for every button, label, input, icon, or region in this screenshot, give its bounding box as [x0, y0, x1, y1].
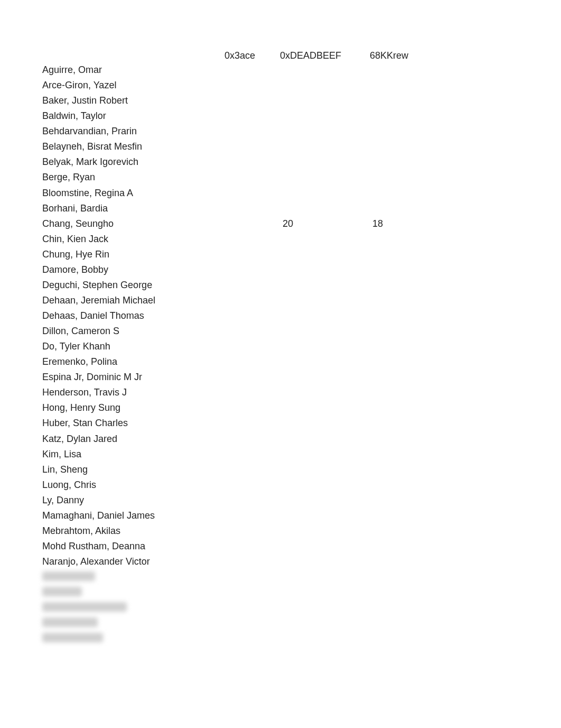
name-row: Lin, Sheng [42, 462, 519, 477]
blurred-line [42, 618, 98, 627]
name-row: Huber, Stan Charles [42, 416, 519, 431]
column-header-3: 68KKrew [370, 50, 428, 61]
blurred-line [42, 587, 82, 596]
name-row: Baldwin, Taylor [42, 108, 519, 124]
name-row: Katz, Dylan Jared [42, 431, 519, 447]
column-header-2: 0xDEADBEEF [280, 50, 357, 61]
name-row: Mohd Rustham, Deanna [42, 539, 519, 554]
name-row: Deguchi, Stephen George [42, 278, 519, 293]
blurred-content-block [42, 572, 519, 642]
blurred-line [42, 572, 95, 581]
blurred-line [42, 602, 127, 612]
name-row: Mamaghani, Daniel James [42, 508, 519, 523]
name-row: Arce-Giron, Yazel [42, 78, 519, 93]
name-row: Berge, Ryan [42, 170, 519, 185]
name-row: Ly, Danny [42, 493, 519, 508]
name-cell: Chang, Seungho [42, 216, 225, 232]
name-row: Henderson, Travis J [42, 385, 519, 400]
name-row: Kim, Lisa [42, 447, 519, 462]
name-row: Behdarvandian, Prarin [42, 124, 519, 139]
name-row: Belyak, Mark Igorevich [42, 154, 519, 170]
name-row: Baker, Justin Robert [42, 93, 519, 108]
name-row: Belayneh, Bisrat Mesfin [42, 139, 519, 154]
value-col3: 18 [370, 216, 428, 232]
name-row: Dillon, Cameron S [42, 324, 519, 339]
name-row: Aguirre, Omar [42, 62, 519, 78]
name-row: Bloomstine, Regina A [42, 186, 519, 201]
column-headers-row: 0x3ace 0xDEADBEEF 68KKrew [42, 50, 519, 61]
name-row: Espina Jr, Dominic M Jr [42, 370, 519, 385]
blurred-line [42, 633, 103, 642]
name-row: Do, Tyler Khanh [42, 339, 519, 354]
name-row: Hong, Henry Sung [42, 400, 519, 416]
name-row: Eremenko, Polina [42, 354, 519, 370]
name-row: Mebrahtom, Akilas [42, 523, 519, 539]
document-page: 0x3ace 0xDEADBEEF 68KKrew Aguirre, OmarA… [0, 0, 561, 669]
column-header-1: 0x3ace [225, 50, 272, 61]
name-list: Aguirre, OmarArce-Giron, YazelBaker, Jus… [42, 62, 519, 569]
name-row: Chung, Hye Rin [42, 247, 519, 262]
name-row: Borhani, Bardia [42, 201, 519, 216]
name-row: Chang, Seungho2018 [42, 216, 519, 232]
value-col2: 20 [280, 216, 357, 232]
name-row: Naranjo, Alexander Victor [42, 554, 519, 569]
name-row: Dehaan, Jeremiah Michael [42, 293, 519, 308]
name-row: Luong, Chris [42, 477, 519, 493]
name-row: Damore, Bobby [42, 262, 519, 278]
name-row: Dehaas, Daniel Thomas [42, 308, 519, 324]
name-row: Chin, Kien Jack [42, 232, 519, 247]
